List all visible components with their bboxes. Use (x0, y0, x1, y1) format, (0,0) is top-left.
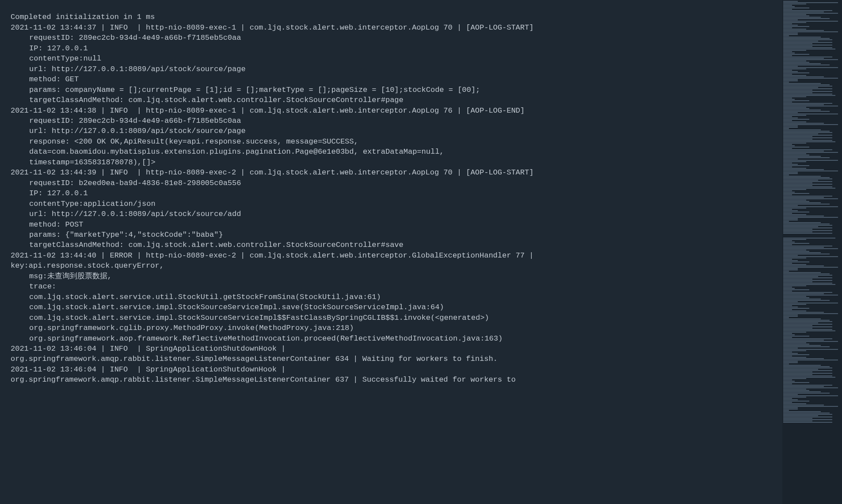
minimap-line (783, 128, 789, 129)
minimap-line (783, 159, 798, 159)
minimap-line (783, 252, 821, 253)
minimap-line (783, 288, 795, 289)
minimap-line (783, 165, 809, 166)
minimap-line (783, 79, 798, 80)
minimap-line (783, 275, 832, 276)
minimap-line (783, 325, 812, 326)
minimap-line (783, 242, 795, 243)
minimap-line (783, 222, 821, 223)
minimap-line (783, 272, 821, 273)
minimap-line (783, 182, 812, 183)
minimap-line (783, 344, 809, 345)
minimap-line (783, 369, 818, 370)
minimap-line (783, 108, 809, 109)
minimap-line (783, 9, 792, 10)
minimap-line (783, 197, 824, 198)
minimap-line (783, 383, 792, 384)
minimap-line (783, 206, 838, 207)
minimap-line (783, 366, 830, 367)
minimap-line (783, 119, 809, 120)
log-line: response: <200 OK OK,ApiResult(key=api.r… (11, 136, 831, 147)
minimap-line (783, 178, 832, 179)
log-line: targetClassAndMethod: com.ljq.stock.aler… (11, 240, 831, 250)
minimap-line (783, 264, 806, 265)
minimap-line (783, 141, 835, 142)
minimap-line (783, 163, 792, 163)
minimap-line (783, 37, 821, 38)
minimap-line (783, 250, 806, 250)
log-line: com.ljq.stock.alert.service.util.StockUt… (11, 292, 831, 302)
minimap-line (783, 62, 809, 63)
minimap-line (783, 167, 792, 167)
log-line: org.springframework.amqp.rabbit.listener… (11, 354, 831, 364)
minimap-line (783, 185, 812, 186)
minimap-line (783, 194, 792, 195)
minimap-line (783, 25, 798, 26)
minimap-line (783, 76, 824, 77)
minimap-line (783, 23, 792, 24)
minimap-line (783, 312, 824, 313)
minimap-line (783, 31, 838, 32)
minimap-line (783, 201, 809, 202)
minimap-line (783, 254, 830, 254)
minimap[interactable] (782, 0, 842, 504)
minimap-line (783, 422, 832, 423)
log-line: Completed initialization in 1 ms (11, 12, 831, 22)
log-line: method: POST (11, 220, 831, 230)
minimap-line (783, 220, 798, 220)
minimap-line (783, 402, 792, 403)
minimap-line (783, 186, 832, 187)
log-line: params: {"marketType":4,"stockCode":"bab… (11, 230, 831, 240)
minimap-line (783, 61, 806, 61)
minimap-line (783, 160, 838, 161)
minimap-line (783, 14, 806, 15)
minimap-line (783, 304, 806, 305)
minimap-line (783, 326, 832, 327)
log-line: requestID: 289ec2cb-934d-4e49-a66b-f7185… (11, 116, 831, 126)
minimap-line (783, 240, 792, 241)
minimap-line (783, 307, 798, 307)
minimap-line (783, 303, 838, 303)
minimap-line (783, 387, 838, 388)
minimap-line (783, 46, 812, 47)
log-line: 2021-11-02 13:44:38 | INFO | http-nio-80… (11, 106, 831, 116)
minimap-line (783, 117, 798, 118)
minimap-line (783, 385, 832, 386)
minimap-line (783, 99, 795, 100)
minimap-line (783, 144, 792, 145)
minimap-line (783, 413, 830, 413)
minimap-line (783, 382, 809, 383)
minimap-line (783, 317, 789, 318)
minimap-line (783, 22, 806, 23)
minimap-line (783, 261, 809, 262)
minimap-line (783, 313, 838, 314)
minimap-line (783, 18, 830, 19)
minimap-line (783, 318, 821, 319)
log-line: key:api.response.stock.queryError, (11, 261, 831, 271)
minimap-line (783, 184, 832, 185)
minimap-line (783, 64, 830, 65)
minimap-line (783, 210, 798, 211)
minimap-line (783, 90, 812, 91)
minimap-line (783, 200, 806, 201)
minimap-line (783, 103, 832, 104)
minimap-line (783, 315, 798, 315)
minimap-line (783, 410, 789, 411)
minimap-line (783, 218, 798, 219)
minimap-line (783, 102, 792, 102)
log-line: IP: 127.0.0.1 (11, 43, 831, 53)
minimap-line (783, 174, 789, 175)
minimap-line (783, 332, 806, 333)
minimap-line (783, 403, 806, 404)
minimap-line (783, 268, 798, 269)
minimap-line (783, 283, 832, 284)
minimap-line (783, 316, 798, 317)
minimap-line (783, 50, 806, 51)
minimap-line (783, 151, 824, 152)
minimap-line (783, 8, 809, 8)
minimap-line (783, 356, 792, 356)
minimap-line (783, 308, 809, 309)
minimap-line (783, 229, 812, 230)
minimap-line (783, 21, 838, 22)
log-viewer[interactable]: Completed initialization in 1 ms2021-11-… (0, 0, 842, 387)
